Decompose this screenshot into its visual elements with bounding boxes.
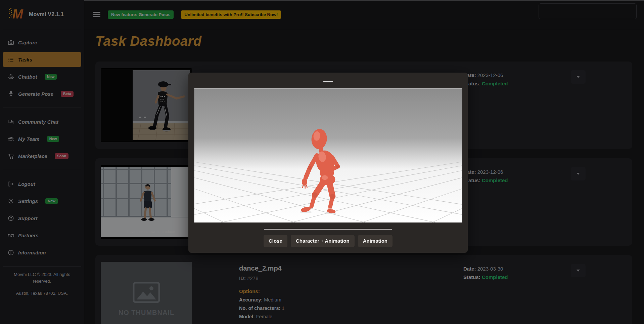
character-animation-download-button[interactable]: Character + Animation: [291, 235, 355, 247]
preview-modal: Close Character + Animation Animation: [188, 73, 468, 253]
3d-character-preview: [194, 88, 462, 222]
animation-download-button[interactable]: Animation: [358, 235, 393, 247]
timeline-scrubber[interactable]: [264, 229, 392, 230]
drag-handle[interactable]: [323, 81, 333, 82]
3d-viewer[interactable]: [194, 88, 462, 222]
close-button[interactable]: Close: [264, 235, 287, 247]
modal-buttons: Close Character + Animation Animation: [188, 235, 468, 247]
